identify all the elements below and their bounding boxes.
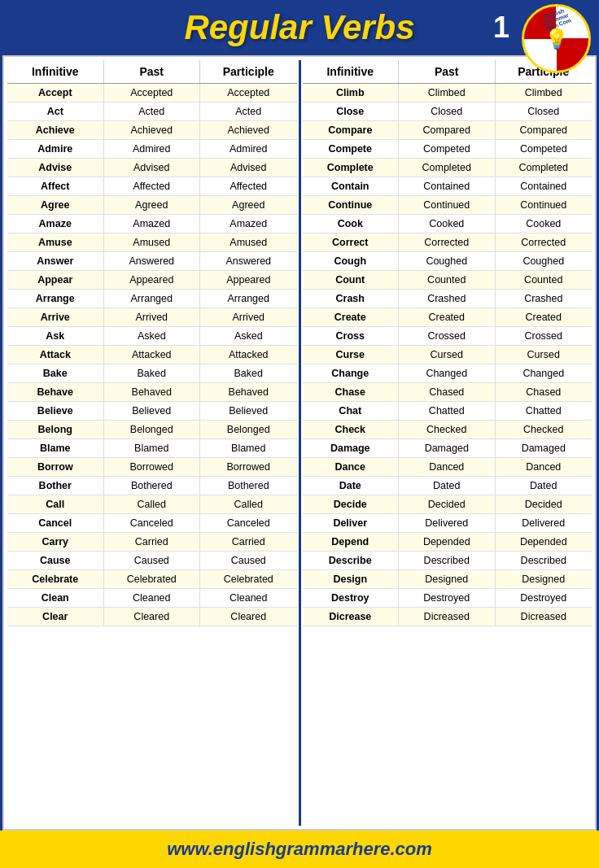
table-row: DependDependedDepended [303, 533, 592, 552]
past-cell: Described [399, 552, 496, 569]
participle-cell: Decided [496, 495, 592, 513]
participle-cell: Changed [496, 364, 592, 382]
table-row: CoughCoughedCoughed [303, 252, 592, 271]
participle-cell: Answered [200, 252, 297, 270]
infinitive-cell: Cook [303, 215, 400, 233]
past-cell: Caused [104, 552, 201, 569]
participle-cell: Contained [496, 177, 592, 195]
infinitive-cell: Agree [7, 196, 104, 214]
participle-cell: Celebrated [200, 570, 297, 588]
infinitive-cell: Cough [303, 252, 400, 270]
table-row: DeliverDeliveredDelivered [303, 514, 592, 533]
participle-cell: Belonged [200, 421, 297, 438]
infinitive-cell: Depend [303, 533, 400, 551]
participle-cell: Completed [496, 159, 592, 177]
infinitive-cell: Answer [7, 252, 104, 270]
infinitive-cell: Clear [7, 608, 104, 626]
participle-cell: Checked [496, 421, 592, 438]
participle-cell: Caused [200, 552, 297, 569]
past-cell: Chatted [399, 402, 496, 420]
table-row: CurseCursedCursed [303, 346, 592, 364]
past-cell: Appeared [104, 271, 201, 289]
table-row: DescribeDescribedDescribed [303, 552, 592, 570]
right-col-infinitive: Infinitive [303, 60, 400, 83]
participle-cell: Destroyed [496, 589, 592, 607]
logo: EnglishGrammarHere.Com 💡 [522, 4, 591, 73]
participle-cell: Borrowed [200, 458, 297, 476]
participle-cell: Created [496, 308, 592, 326]
past-cell: Completed [399, 159, 496, 177]
past-cell: Cursed [399, 346, 496, 364]
past-cell: Competed [399, 140, 496, 158]
right-table: Infinitive Past Participle ClimbClimbedC… [303, 60, 592, 826]
past-cell: Bothered [104, 477, 201, 495]
past-cell: Closed [399, 103, 496, 120]
participle-cell: Continued [496, 196, 592, 214]
past-cell: Corrected [399, 233, 496, 251]
infinitive-cell: Bake [7, 364, 104, 382]
infinitive-cell: Bother [7, 477, 104, 495]
table-row: AffectAffectedAffected [7, 177, 297, 196]
infinitive-cell: Arrange [7, 290, 104, 308]
table-row: AskAskedAsked [7, 327, 297, 346]
page-title: Regular Verbs [184, 8, 414, 47]
past-cell: Acted [104, 103, 201, 120]
table-row: AchieveAchievedAchieved [7, 121, 297, 140]
past-cell: Dated [399, 477, 496, 495]
participle-cell: Called [200, 495, 297, 513]
past-cell: Achieved [104, 121, 201, 139]
past-cell: Celebrated [104, 570, 201, 588]
table-row: CompareComparedCompared [303, 121, 592, 140]
infinitive-cell: Affect [7, 177, 104, 195]
past-cell: Belonged [104, 421, 201, 438]
infinitive-cell: Borrow [7, 458, 104, 476]
participle-cell: Cleared [200, 608, 297, 626]
past-cell: Contained [399, 177, 496, 195]
table-row: CallCalledCalled [7, 495, 297, 514]
past-cell: Counted [399, 271, 496, 289]
table-row: ChangeChangedChanged [303, 364, 592, 383]
table-row: CookCookedCooked [303, 215, 592, 233]
page-number: 1 [493, 11, 509, 45]
infinitive-cell: Chat [303, 402, 400, 420]
participle-cell: Acted [200, 103, 297, 120]
table-row: ContainContainedContained [303, 177, 592, 196]
past-cell: Advised [104, 159, 201, 177]
participle-cell: Coughed [496, 252, 592, 270]
past-cell: Believed [104, 402, 201, 420]
table-row: DicreaseDicreasedDicreased [303, 608, 592, 626]
infinitive-cell: Amuse [7, 233, 104, 251]
header: Regular Verbs 1 EnglishGrammarHere.Com 💡 [0, 0, 599, 55]
table-row: ClimbClimbedClimbed [303, 84, 592, 103]
past-cell: Climbed [399, 84, 496, 102]
past-cell: Checked [399, 421, 496, 438]
infinitive-cell: Check [303, 421, 400, 438]
participle-cell: Crossed [496, 327, 592, 345]
participle-cell: Crashed [496, 290, 592, 308]
infinitive-cell: Advise [7, 159, 104, 177]
past-cell: Destroyed [399, 589, 496, 607]
table-row: ArriveArrivedArrived [7, 308, 297, 327]
participle-cell: Designed [496, 570, 592, 588]
participle-cell: Closed [496, 103, 592, 120]
infinitive-cell: Change [303, 364, 400, 382]
past-cell: Created [399, 308, 496, 326]
past-cell: Crashed [399, 290, 496, 308]
past-cell: Agreed [104, 196, 201, 214]
left-table-header: Infinitive Past Participle [7, 60, 297, 84]
left-table: Infinitive Past Participle AcceptAccepte… [7, 60, 297, 826]
infinitive-cell: Belong [7, 421, 104, 438]
left-col-infinitive: Infinitive [7, 60, 104, 83]
table-row: AttackAttackedAttacked [7, 346, 297, 364]
past-cell: Affected [104, 177, 201, 195]
past-cell: Canceled [104, 514, 201, 532]
right-table-body: ClimbClimbedClimbedCloseClosedClosedComp… [303, 84, 592, 626]
past-cell: Attacked [104, 346, 201, 364]
table-row: DecideDecidedDecided [303, 495, 592, 514]
table-row: DanceDancedDanced [303, 458, 592, 477]
past-cell: Damaged [399, 439, 496, 457]
table-row: ChatChattedChatted [303, 402, 592, 421]
participle-cell: Blamed [200, 439, 297, 457]
table-row: AcceptAcceptedAccepted [7, 84, 297, 103]
participle-cell: Amused [200, 233, 297, 251]
